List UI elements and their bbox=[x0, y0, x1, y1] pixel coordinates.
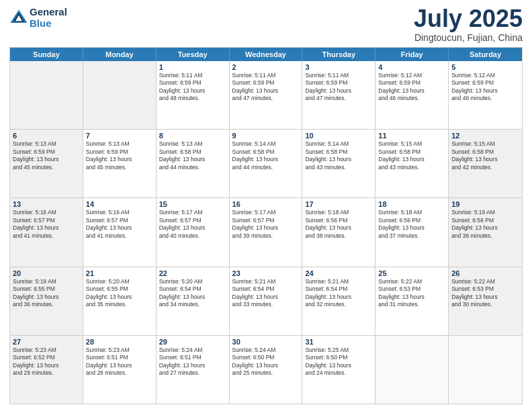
day-number: 16 bbox=[232, 200, 300, 208]
cell-info: Sunrise: 5:12 AM Sunset: 6:59 PM Dayligh… bbox=[378, 72, 445, 103]
cell-info: Sunrise: 5:20 AM Sunset: 6:54 PM Dayligh… bbox=[159, 278, 226, 309]
page: General Blue July 2025 Dingtoucun, Fujia… bbox=[0, 0, 532, 411]
cal-cell: 21Sunrise: 5:20 AM Sunset: 6:55 PM Dayli… bbox=[83, 267, 157, 335]
logo-icon bbox=[9, 9, 28, 28]
cell-info: Sunrise: 5:21 AM Sunset: 6:54 PM Dayligh… bbox=[305, 278, 372, 309]
cell-info: Sunrise: 5:15 AM Sunset: 6:58 PM Dayligh… bbox=[451, 140, 519, 171]
logo-text-line2: Blue bbox=[30, 18, 67, 30]
cell-info: Sunrise: 5:23 AM Sunset: 6:51 PM Dayligh… bbox=[86, 347, 153, 377]
day-number: 6 bbox=[13, 132, 80, 140]
day-number: 1 bbox=[159, 63, 226, 71]
logo: General Blue bbox=[9, 7, 67, 29]
cal-row-0: 1Sunrise: 5:11 AM Sunset: 6:59 PM Daylig… bbox=[10, 61, 522, 129]
cal-cell: 9Sunrise: 5:14 AM Sunset: 6:58 PM Daylig… bbox=[230, 130, 303, 197]
cell-info: Sunrise: 5:16 AM Sunset: 6:57 PM Dayligh… bbox=[13, 209, 80, 240]
cal-cell: 15Sunrise: 5:17 AM Sunset: 6:57 PM Dayli… bbox=[157, 198, 230, 266]
cal-cell: 5Sunrise: 5:12 AM Sunset: 6:59 PM Daylig… bbox=[449, 61, 522, 129]
day-number: 4 bbox=[378, 63, 445, 71]
day-number: 10 bbox=[305, 132, 372, 140]
cal-cell: 18Sunrise: 5:18 AM Sunset: 6:56 PM Dayli… bbox=[375, 198, 449, 266]
cal-cell bbox=[10, 61, 83, 129]
calendar-body: 1Sunrise: 5:11 AM Sunset: 6:59 PM Daylig… bbox=[10, 61, 522, 404]
day-number: 28 bbox=[86, 338, 153, 346]
cell-info: Sunrise: 5:13 AM Sunset: 6:59 PM Dayligh… bbox=[13, 140, 80, 171]
day-number: 13 bbox=[13, 200, 80, 208]
cell-info: Sunrise: 5:20 AM Sunset: 6:55 PM Dayligh… bbox=[86, 278, 153, 309]
day-number: 3 bbox=[305, 63, 372, 71]
cell-info: Sunrise: 5:11 AM Sunset: 6:59 PM Dayligh… bbox=[305, 72, 372, 103]
cal-cell bbox=[83, 61, 157, 129]
day-number: 14 bbox=[86, 200, 153, 208]
cal-cell: 31Sunrise: 5:25 AM Sunset: 6:50 PM Dayli… bbox=[302, 336, 375, 404]
cell-info: Sunrise: 5:19 AM Sunset: 6:56 PM Dayligh… bbox=[451, 209, 519, 240]
cell-info: Sunrise: 5:24 AM Sunset: 6:50 PM Dayligh… bbox=[232, 347, 300, 377]
cal-row-1: 6Sunrise: 5:13 AM Sunset: 6:59 PM Daylig… bbox=[10, 129, 522, 197]
cal-cell: 30Sunrise: 5:24 AM Sunset: 6:50 PM Dayli… bbox=[230, 336, 303, 404]
day-number: 9 bbox=[232, 132, 300, 140]
day-number: 12 bbox=[451, 132, 519, 140]
day-number: 26 bbox=[451, 269, 519, 277]
cal-cell: 22Sunrise: 5:20 AM Sunset: 6:54 PM Dayli… bbox=[157, 267, 230, 335]
logo-text-line1: General bbox=[30, 7, 67, 18]
day-number: 20 bbox=[13, 269, 80, 277]
cal-cell: 10Sunrise: 5:14 AM Sunset: 6:58 PM Dayli… bbox=[302, 130, 375, 197]
day-number: 11 bbox=[378, 132, 445, 140]
day-number: 7 bbox=[86, 132, 153, 140]
cell-info: Sunrise: 5:24 AM Sunset: 6:51 PM Dayligh… bbox=[159, 347, 226, 377]
header-cell-tuesday: Tuesday bbox=[157, 48, 230, 61]
cal-cell: 1Sunrise: 5:11 AM Sunset: 6:59 PM Daylig… bbox=[157, 61, 230, 129]
day-number: 8 bbox=[159, 132, 226, 140]
header-cell-friday: Friday bbox=[375, 48, 449, 61]
cal-cell: 2Sunrise: 5:11 AM Sunset: 6:59 PM Daylig… bbox=[230, 61, 303, 129]
calendar-header: SundayMondayTuesdayWednesdayThursdayFrid… bbox=[10, 48, 522, 61]
cal-cell: 26Sunrise: 5:22 AM Sunset: 6:53 PM Dayli… bbox=[449, 267, 522, 335]
cell-info: Sunrise: 5:25 AM Sunset: 6:50 PM Dayligh… bbox=[305, 347, 372, 377]
cal-cell: 27Sunrise: 5:23 AM Sunset: 6:52 PM Dayli… bbox=[10, 336, 83, 404]
cell-info: Sunrise: 5:15 AM Sunset: 6:58 PM Dayligh… bbox=[378, 140, 445, 171]
day-number: 19 bbox=[451, 200, 519, 208]
day-number: 29 bbox=[159, 338, 226, 346]
cal-cell: 3Sunrise: 5:11 AM Sunset: 6:59 PM Daylig… bbox=[302, 61, 375, 129]
day-number: 31 bbox=[305, 338, 372, 346]
cell-info: Sunrise: 5:13 AM Sunset: 6:58 PM Dayligh… bbox=[159, 140, 226, 171]
cal-row-4: 27Sunrise: 5:23 AM Sunset: 6:52 PM Dayli… bbox=[10, 335, 522, 404]
header-cell-sunday: Sunday bbox=[10, 48, 83, 61]
cal-cell: 23Sunrise: 5:21 AM Sunset: 6:54 PM Dayli… bbox=[230, 267, 303, 335]
day-number: 30 bbox=[232, 338, 300, 346]
cal-cell: 25Sunrise: 5:22 AM Sunset: 6:53 PM Dayli… bbox=[375, 267, 449, 335]
day-number: 18 bbox=[378, 200, 445, 208]
header-cell-thursday: Thursday bbox=[302, 48, 375, 61]
cal-row-3: 20Sunrise: 5:19 AM Sunset: 6:55 PM Dayli… bbox=[10, 267, 522, 335]
cal-cell bbox=[449, 336, 522, 404]
cell-info: Sunrise: 5:19 AM Sunset: 6:55 PM Dayligh… bbox=[13, 278, 80, 309]
cal-cell: 19Sunrise: 5:19 AM Sunset: 6:56 PM Dayli… bbox=[449, 198, 522, 266]
cal-cell bbox=[375, 336, 449, 404]
header: General Blue July 2025 Dingtoucun, Fujia… bbox=[9, 7, 523, 43]
cal-cell: 14Sunrise: 5:16 AM Sunset: 6:57 PM Dayli… bbox=[83, 198, 157, 266]
cell-info: Sunrise: 5:13 AM Sunset: 6:59 PM Dayligh… bbox=[86, 140, 153, 171]
cal-row-2: 13Sunrise: 5:16 AM Sunset: 6:57 PM Dayli… bbox=[10, 197, 522, 266]
cell-info: Sunrise: 5:18 AM Sunset: 6:56 PM Dayligh… bbox=[305, 209, 372, 240]
day-number: 24 bbox=[305, 269, 372, 277]
day-number: 27 bbox=[13, 338, 80, 346]
day-number: 23 bbox=[232, 269, 300, 277]
cell-info: Sunrise: 5:16 AM Sunset: 6:57 PM Dayligh… bbox=[86, 209, 153, 240]
title-block: July 2025 Dingtoucun, Fujian, China bbox=[414, 7, 523, 43]
cal-cell: 28Sunrise: 5:23 AM Sunset: 6:51 PM Dayli… bbox=[83, 336, 157, 404]
cal-cell: 12Sunrise: 5:15 AM Sunset: 6:58 PM Dayli… bbox=[449, 130, 522, 197]
day-number: 21 bbox=[86, 269, 153, 277]
cell-info: Sunrise: 5:12 AM Sunset: 6:59 PM Dayligh… bbox=[451, 72, 519, 103]
cell-info: Sunrise: 5:22 AM Sunset: 6:53 PM Dayligh… bbox=[378, 278, 445, 309]
cell-info: Sunrise: 5:17 AM Sunset: 6:57 PM Dayligh… bbox=[159, 209, 226, 240]
cal-cell: 20Sunrise: 5:19 AM Sunset: 6:55 PM Dayli… bbox=[10, 267, 83, 335]
cell-info: Sunrise: 5:17 AM Sunset: 6:57 PM Dayligh… bbox=[232, 209, 300, 240]
cell-info: Sunrise: 5:23 AM Sunset: 6:52 PM Dayligh… bbox=[13, 347, 80, 377]
cell-info: Sunrise: 5:11 AM Sunset: 6:59 PM Dayligh… bbox=[159, 72, 226, 103]
cal-cell: 11Sunrise: 5:15 AM Sunset: 6:58 PM Dayli… bbox=[375, 130, 449, 197]
day-number: 17 bbox=[305, 200, 372, 208]
cal-cell: 8Sunrise: 5:13 AM Sunset: 6:58 PM Daylig… bbox=[157, 130, 230, 197]
cal-cell: 29Sunrise: 5:24 AM Sunset: 6:51 PM Dayli… bbox=[157, 336, 230, 404]
cal-cell: 24Sunrise: 5:21 AM Sunset: 6:54 PM Dayli… bbox=[302, 267, 375, 335]
cell-info: Sunrise: 5:21 AM Sunset: 6:54 PM Dayligh… bbox=[232, 278, 300, 309]
cal-cell: 13Sunrise: 5:16 AM Sunset: 6:57 PM Dayli… bbox=[10, 198, 83, 266]
